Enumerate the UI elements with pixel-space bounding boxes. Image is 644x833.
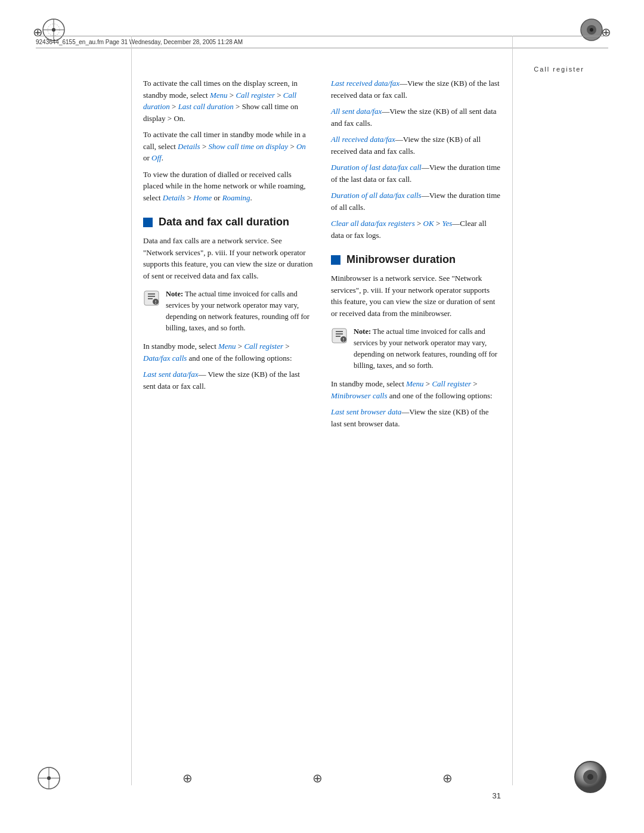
link-home[interactable]: Home: [193, 193, 212, 202]
bottom-center-left-crosshair: ⊕: [182, 771, 193, 785]
link-ok[interactable]: OK: [423, 219, 434, 228]
link-on[interactable]: On: [296, 142, 306, 151]
svg-rect-16: [336, 333, 343, 335]
link-last-sent-browser-data[interactable]: Last sent browser data: [331, 407, 401, 416]
svg-text:!: !: [155, 300, 157, 305]
header-filename: 9243644_6155_en_au.fm Page 31 Wednesday,…: [36, 39, 608, 45]
svg-point-26: [587, 774, 593, 780]
intro-para1: To activate the call times on the displa…: [143, 78, 313, 124]
bottom-left-marker: [36, 765, 63, 792]
chapter-header: Call register: [534, 66, 584, 73]
option-duration-all: Duration of all data/fax calls—View the …: [331, 190, 501, 213]
data-fax-para1: Data and fax calls are a network service…: [143, 235, 313, 281]
left-column: To activate the call times on the displa…: [143, 78, 313, 434]
svg-text:!: !: [343, 337, 345, 343]
link-menu[interactable]: Menu: [210, 91, 228, 100]
vertical-line-left: [131, 36, 132, 785]
note-text-2: Note: The actual time invoiced for calls…: [354, 326, 501, 371]
note-icon-2: !: [331, 327, 348, 344]
content-area: To activate the call times on the displa…: [143, 78, 501, 773]
link-yes[interactable]: Yes: [442, 219, 452, 228]
option-last-received: Last received data/fax—View the size (KB…: [331, 78, 501, 101]
note-text-1: Note: The actual time invoiced for calls…: [166, 289, 313, 333]
option-last-sent-browser: Last sent browser data—View the size (KB…: [331, 406, 501, 429]
link-off[interactable]: Off: [151, 153, 162, 162]
note-label-2: Note:: [354, 327, 371, 336]
option-last-sent: Last sent data/fax— View the size (KB) o…: [143, 368, 313, 392]
bottom-left-circle: [36, 765, 63, 792]
data-fax-para2: In standby mode, select Menu > Call regi…: [143, 340, 313, 364]
option-all-received: All received data/fax—View the size (KB)…: [331, 134, 501, 157]
blue-square-2: [331, 255, 340, 265]
bottom-right-circle: [572, 759, 608, 797]
svg-rect-11: [148, 298, 153, 299]
bottom-markers: ⊕ ⊕ ⊕: [36, 759, 608, 797]
note-label-1: Note:: [166, 290, 183, 298]
note-box-2: ! Note: The actual time invoiced for cal…: [331, 326, 501, 371]
two-columns: To activate the call times on the displa…: [143, 78, 501, 434]
minibrowser-para2: In standby mode, select Menu > Call regi…: [331, 378, 501, 401]
option-clear-all: Clear all data/fax registers > OK > Yes—…: [331, 218, 501, 241]
link-minibrowser-calls[interactable]: Minibrowser calls: [331, 391, 388, 400]
header-bar: 9243644_6155_en_au.fm Page 31 Wednesday,…: [36, 36, 608, 48]
option-duration-last: Duration of last data/fax call—View the …: [331, 162, 501, 185]
blue-square-1: [143, 218, 153, 227]
link-last-sent-data-fax[interactable]: Last sent data/fax: [143, 370, 198, 379]
svg-rect-17: [336, 336, 340, 337]
link-last-received-data-fax[interactable]: Last received data/fax: [331, 79, 400, 88]
note-icon-1: !: [143, 290, 160, 306]
svg-point-7: [590, 28, 593, 32]
page-container: ⊕ ⊕ 9243644_6155_en_au.fm Page 31 Wednes…: [0, 0, 644, 833]
link-menu-3[interactable]: Menu: [406, 379, 424, 388]
svg-rect-9: [148, 293, 155, 295]
link-details-2[interactable]: Details: [163, 193, 185, 202]
intro-para3: To view the duration of dialled or recei…: [143, 169, 313, 204]
link-all-sent-data-fax[interactable]: All sent data/fax: [331, 107, 382, 116]
link-last-call-duration[interactable]: Last call duration: [178, 102, 234, 111]
link-data-fax-calls[interactable]: Data/fax calls: [143, 354, 187, 363]
link-call-register[interactable]: Call register: [236, 91, 275, 100]
note-box-1: ! Note: The actual time invoiced for cal…: [143, 289, 313, 333]
right-column: Last received data/fax—View the size (KB…: [331, 78, 501, 434]
svg-rect-15: [336, 331, 343, 332]
link-call-register-2[interactable]: Call register: [244, 342, 283, 351]
bottom-center-right-crosshair: ⊕: [442, 771, 453, 785]
link-roaming[interactable]: Roaming: [222, 193, 250, 202]
option-all-sent: All sent data/fax—View the size (KB) of …: [331, 106, 501, 129]
svg-rect-10: [148, 296, 155, 297]
section-data-fax-title: Data and fax call duration: [159, 215, 289, 229]
bottom-center-crosshair: ⊕: [312, 771, 323, 785]
link-clear-all-registers[interactable]: Clear all data/fax registers: [331, 219, 415, 228]
link-details-1[interactable]: Details: [178, 142, 200, 151]
link-duration-last-data-fax[interactable]: Duration of last data/fax call: [331, 163, 422, 172]
section-data-fax-heading: Data and fax call duration: [143, 215, 313, 229]
vertical-line-right: [512, 36, 513, 785]
link-duration-all-data-fax[interactable]: Duration of all data/fax calls: [331, 191, 422, 200]
link-call-register-3[interactable]: Call register: [432, 379, 471, 388]
link-show-call-time[interactable]: Show call time on display: [209, 142, 289, 151]
section-minibrowser-heading: Minibrowser duration: [331, 253, 501, 267]
link-all-received-data-fax[interactable]: All received data/fax: [331, 135, 395, 144]
section-minibrowser-title: Minibrowser duration: [346, 253, 456, 267]
minibrowser-para1: Minibrowser is a network service. See "N…: [331, 272, 501, 319]
intro-para2: To activate the call timer in standby mo…: [143, 129, 313, 164]
link-menu-2[interactable]: Menu: [218, 342, 236, 351]
